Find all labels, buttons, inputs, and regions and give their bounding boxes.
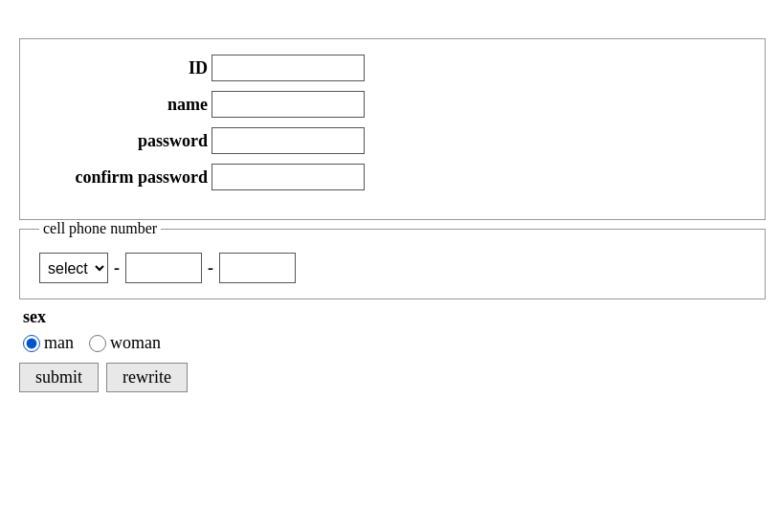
phone-fieldset: cell phone number select 010 011 016 017… — [19, 220, 766, 299]
phone-dash-1: - — [112, 258, 122, 278]
confirm-password-row: confirm password — [39, 164, 746, 190]
password-input[interactable] — [211, 127, 365, 154]
radio-woman-option[interactable]: woman — [89, 333, 161, 353]
phone-part2-input[interactable] — [219, 253, 296, 283]
radio-woman[interactable] — [89, 335, 106, 352]
radio-man[interactable] — [23, 335, 40, 352]
main-fieldset: ID name password confirm password — [19, 38, 766, 220]
rewrite-button[interactable]: rewrite — [106, 363, 188, 392]
radio-man-label: man — [44, 333, 74, 353]
phone-part1-input[interactable] — [125, 253, 202, 283]
password-row: password — [39, 127, 746, 154]
radio-row: man woman — [23, 333, 760, 353]
phone-legend: cell phone number — [39, 220, 161, 237]
radio-man-option[interactable]: man — [23, 333, 74, 353]
sex-section: sex man woman — [19, 307, 760, 353]
name-input[interactable] — [211, 91, 365, 118]
confirm-password-input[interactable] — [211, 164, 365, 190]
id-row: ID — [39, 55, 746, 81]
button-row: submit rewrite — [19, 363, 760, 392]
phone-dash-2: - — [206, 258, 215, 278]
phone-row: select 010 011 016 017 019 - - — [39, 253, 746, 283]
name-row: name — [39, 91, 746, 118]
phone-select[interactable]: select 010 011 016 017 019 — [39, 253, 108, 283]
name-label: name — [39, 95, 211, 115]
page-container: ID name password confirm password cell p… — [0, 0, 779, 411]
submit-button[interactable]: submit — [19, 363, 99, 392]
sex-label: sex — [23, 307, 760, 327]
confirm-password-label: confirm password — [39, 167, 211, 188]
id-label: ID — [39, 58, 211, 78]
radio-woman-label: woman — [110, 333, 161, 353]
password-label: password — [39, 131, 211, 151]
id-input[interactable] — [211, 55, 365, 81]
